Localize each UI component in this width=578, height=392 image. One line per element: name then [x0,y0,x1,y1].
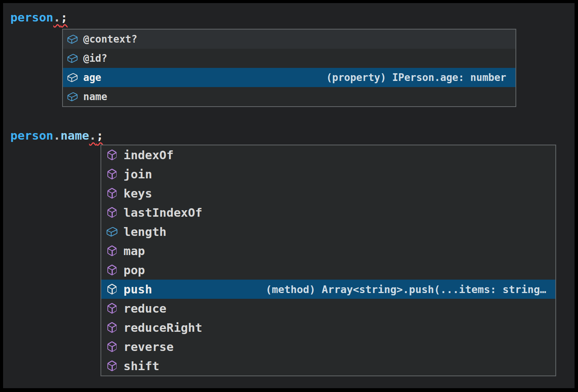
suggest-item-label: shift [124,359,159,373]
code-token-punct-error: . [53,10,61,24]
code-token-property: name [61,128,89,142]
suggest-item-label: reduce [124,301,166,315]
suggest-item-label: @context? [83,33,137,45]
suggest-item-reduce[interactable]: reduce [101,299,555,318]
suggest-item-keys[interactable]: keys [101,184,555,203]
symbol-method-icon [106,302,118,315]
code-token-variable: person [10,128,53,142]
symbol-field-icon [106,226,118,238]
editor-area[interactable]: person.; @context?@id?age(property) IPer… [3,3,575,388]
suggest-widget-person: @context?@id?age(property) IPerson.age: … [62,29,516,107]
suggest-item-push[interactable]: push(method) Array<string>.push(...items… [101,280,555,299]
suggest-item-join[interactable]: join [101,165,555,184]
symbol-method-icon [106,245,118,257]
suggest-item-age[interactable]: age(property) IPerson.age: number [63,68,515,87]
symbol-method-icon [106,341,118,353]
symbol-method-icon [106,321,118,334]
suggest-item-length[interactable]: length [101,222,555,241]
suggest-item-pop[interactable]: pop [101,260,555,280]
suggest-item-label: reverse [124,340,174,354]
symbol-field-icon [67,33,78,45]
code-token-semi-error: ; [96,128,104,142]
suggest-item-label: name [83,91,107,102]
suggest-item-label: @id? [83,53,107,64]
suggest-item-reverse[interactable]: reverse [101,337,555,356]
symbol-field-icon [67,53,78,64]
suggest-item-shift[interactable]: shift [101,356,555,376]
symbol-method-icon [106,360,118,372]
suggest-item--id-[interactable]: @id? [63,49,515,68]
suggest-item-label: map [124,244,145,258]
symbol-method-icon [106,149,118,161]
symbol-field-icon [67,91,78,102]
screenshot-frame: person.; @context?@id?age(property) IPer… [0,0,578,392]
code-token-punct-error: . [89,128,96,142]
suggest-item-map[interactable]: map [101,241,555,260]
suggest-widget-person-name: indexOfjoinkeyslastIndexOflengthmappoppu… [100,145,556,376]
suggest-item-label: join [124,167,152,181]
suggest-item-label: pop [124,263,145,277]
suggest-item-lastindexof[interactable]: lastIndexOf [101,203,555,222]
symbol-field-icon [67,72,78,83]
suggest-item-name[interactable]: name [63,87,515,106]
symbol-method-icon [106,168,118,180]
code-token-semi-error: ; [61,10,68,24]
symbol-method-icon [106,283,118,295]
suggest-item-detail: (property) IPerson.age: number [326,72,506,83]
code-line-1[interactable]: person.; [10,10,68,25]
suggest-item-label: keys [124,186,152,200]
suggest-item-label: age [83,72,101,83]
suggest-item-indexof[interactable]: indexOf [101,145,555,165]
suggest-item--context-[interactable]: @context? [63,30,515,49]
symbol-method-icon [106,187,118,199]
code-line-2[interactable]: person.name.; [10,128,104,143]
symbol-method-icon [106,206,118,219]
suggest-item-label: lastIndexOf [124,206,202,219]
suggest-item-detail: (method) Array<string>.push(...items: st… [266,283,547,295]
suggest-item-reduceright[interactable]: reduceRight [101,318,555,337]
code-token-variable: person [10,10,53,24]
suggest-item-label: indexOf [124,148,174,162]
suggest-item-label: push [124,282,152,296]
code-token-punct: . [53,128,61,142]
suggest-item-label: reduceRight [124,321,202,334]
suggest-item-label: length [124,225,166,239]
symbol-method-icon [106,264,118,276]
